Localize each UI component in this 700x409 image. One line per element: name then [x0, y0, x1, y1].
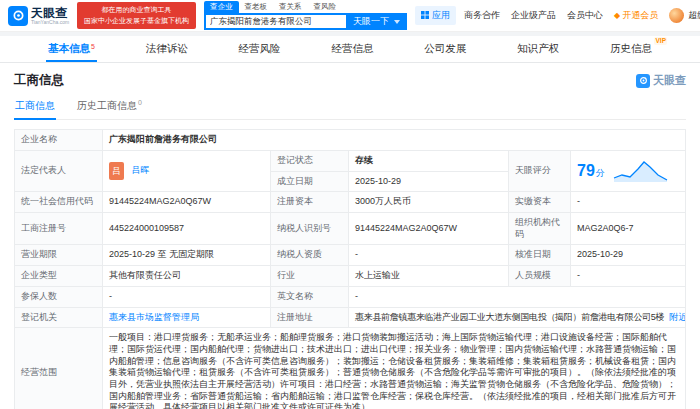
score-unit: 分 — [596, 168, 605, 178]
link-business-cooperation[interactable]: 商务合作 — [464, 9, 500, 22]
vip-badge: VIP — [654, 37, 666, 45]
business-term-label: 营业期限 — [15, 245, 103, 266]
legal-rep-avatar[interactable]: 吕 — [109, 162, 124, 180]
score-cell[interactable]: 79分 — [571, 151, 686, 192]
table-row: 参保人数 - 英文名称 - — [15, 286, 686, 307]
established-date: 2025-10-29 — [349, 171, 509, 192]
table-row: 登记机关 惠来县市场监督管理局 注册地址 惠来县前詹镇惠来临港产业园工业大道东侧… — [15, 307, 686, 328]
taxpayer-id-label: 纳税人识别号 — [271, 213, 349, 245]
subtab-history-count: 0 — [138, 99, 142, 106]
insured-count-label: 参保人数 — [15, 286, 103, 307]
logo-text: 天眼查 — [31, 7, 69, 19]
user-avatar — [669, 8, 684, 23]
tab-operating-info-label: 经营信息 — [331, 42, 373, 56]
search-tab-risk[interactable]: 查风险 — [308, 1, 343, 13]
watermark-eye-icon — [636, 74, 650, 88]
search-input[interactable] — [204, 13, 346, 30]
company-name: 广东揭阳前詹港务有限公司 — [103, 130, 686, 151]
tab-operating-info[interactable]: 经营信息 — [329, 36, 375, 62]
subtab-history-registration[interactable]: 历史工商信息0 — [76, 96, 143, 119]
open-vip-label: 开通会员 — [622, 9, 658, 22]
table-row: 统一社会信用代码 91445224MAG2A0Q67W 注册资本 3000万人民… — [15, 192, 686, 213]
table-row: 法定代表人 吕 吕晖 登记状态 存续 天眼评分 79分 — [15, 151, 686, 172]
registered-address-cell: 惠来县前詹镇惠来临港产业园工业大道东侧国电投（揭阳）前詹港电有限公司5楼附近公司 — [349, 307, 686, 328]
business-scope-label: 经营范围 — [15, 328, 103, 409]
score-label: 天眼评分 — [509, 151, 571, 192]
link-open-vip[interactable]: ◆ 开通会员 — [614, 9, 658, 22]
tianyancha-logo[interactable]: 天眼查 TianYanCha.com — [8, 6, 69, 26]
org-code-label: 组织机构代码 — [509, 213, 571, 245]
taxpayer-quality: - — [349, 245, 509, 266]
legal-rep-link[interactable]: 吕晖 — [132, 166, 150, 176]
tab-company-development-label: 公司发展 — [424, 42, 466, 56]
promo-banner[interactable]: 都在用的商业查询工具 国家中小企业发展子基金旗下机构 — [77, 2, 196, 30]
link-member-center[interactable]: 会员中心 — [567, 9, 603, 22]
registry-authority: 惠来县市场监督管理局 — [103, 307, 271, 328]
paid-capital: - — [571, 192, 686, 213]
registry-label: 登记机关 — [15, 307, 103, 328]
search-button[interactable]: 天眼一下 — [346, 13, 407, 30]
org-code: MAG2A0Q6-7 — [571, 213, 686, 245]
business-term: 2025-10-29 至 无固定期限 — [103, 245, 271, 266]
tab-intellectual-property[interactable]: 知识产权 — [515, 36, 561, 62]
grid-icon — [421, 11, 429, 21]
subtab-history-registration-label: 历史工商信息 — [77, 100, 137, 111]
legal-rep-cell: 吕 吕晖 — [103, 151, 271, 192]
tab-legal-proceedings[interactable]: 法律诉讼 — [144, 36, 190, 62]
search-area: 查企业 查老板 查关系 查风险 天眼一下 — [204, 1, 407, 30]
company-type-label: 企业类型 — [15, 266, 103, 287]
apps-label: 应用 — [432, 9, 450, 22]
search-tab-boss[interactable]: 查老板 — [239, 1, 274, 13]
score-trend-chart — [612, 158, 670, 184]
apps-button[interactable]: 应用 — [415, 6, 456, 25]
tab-legal-proceedings-label: 法律诉讼 — [146, 42, 188, 56]
insured-count: - — [103, 286, 271, 307]
english-name: - — [349, 286, 686, 307]
promo-line2: 国家中小企业发展子基金旗下机构 — [84, 16, 189, 27]
table-row: 经营范围 一般项目：港口理货服务；无船承运业务；船舶理货服务；港口货物装卸搬运活… — [15, 328, 686, 409]
search-button-label: 天眼一下 — [353, 15, 389, 28]
paid-capital-label: 实缴资本 — [509, 192, 571, 213]
search-tab-company[interactable]: 查企业 — [204, 1, 239, 13]
user-label: 超级 — [688, 9, 700, 22]
approval-date: 2025-10-29 — [571, 245, 686, 266]
watermark-text: 天眼查 — [653, 73, 686, 88]
tab-operational-risk[interactable]: 经营风险 — [237, 36, 283, 62]
table-row: 企业名称 广东揭阳前詹港务有限公司 — [15, 130, 686, 151]
approval-date-label: 核准日期 — [509, 245, 571, 266]
subtab-business-registration[interactable]: 工商信息 — [14, 96, 56, 119]
registry-authority-link[interactable]: 惠来县市场监督管理局 — [109, 312, 199, 322]
industry: 水上运输业 — [349, 266, 509, 287]
link-enterprise-products[interactable]: 企业级产品 — [511, 9, 556, 22]
business-info-table: 企业名称 广东揭阳前詹港务有限公司 法定代表人 吕 吕晖 登记状态 存续 天眼评… — [14, 129, 686, 409]
taxpayer-quality-label: 纳税人资质 — [271, 245, 349, 266]
reg-capital-label: 注册资本 — [271, 192, 349, 213]
search-tab-relation[interactable]: 查关系 — [273, 1, 308, 13]
chevron-down-icon — [394, 20, 400, 24]
tab-history-info[interactable]: 历史信息 VIP — [608, 36, 654, 62]
table-row: 营业期限 2025-10-29 至 无固定期限 纳税人资质 - 核准日期 202… — [15, 245, 686, 266]
reg-capital: 3000万人民币 — [349, 192, 509, 213]
reg-number: 445224000109587 — [103, 213, 271, 245]
tianyancha-watermark: 天眼查 — [636, 73, 686, 88]
company-type: 其他有限责任公司 — [103, 266, 271, 287]
tab-basic-info-count: 5 — [91, 43, 95, 50]
registered-address: 惠来县前詹镇惠来临港产业园工业大道东侧国电投（揭阳）前詹港电有限公司5楼 — [355, 312, 664, 322]
section-title: 工商信息 — [14, 72, 64, 89]
established-label: 成立日期 — [271, 171, 349, 192]
user-account[interactable]: 超级 — [669, 8, 700, 23]
staff-size: - — [571, 266, 686, 287]
main-content: 工商信息 天眼查 工商信息 历史工商信息0 企业名称 广东揭阳前詹港务有限公司 … — [0, 63, 700, 409]
tianyancha-eye-icon — [8, 6, 28, 26]
logo-subtext: TianYanCha.com — [31, 20, 69, 25]
tab-company-development[interactable]: 公司发展 — [422, 36, 468, 62]
tab-basic-info[interactable]: 基本信息 5 — [46, 36, 97, 62]
reg-number-label: 工商注册号 — [15, 213, 103, 245]
tab-intellectual-property-label: 知识产权 — [517, 42, 559, 56]
nearby-companies-link[interactable]: 附近公司 — [669, 312, 685, 322]
top-header: 天眼查 TianYanCha.com 都在用的商业查询工具 国家中小企业发展子基… — [0, 0, 700, 32]
tab-operational-risk-label: 经营风险 — [239, 42, 281, 56]
table-row: 企业类型 其他有限责任公司 行业 水上运输业 人员规模 - — [15, 266, 686, 287]
business-scope: 一般项目：港口理货服务；无船承运业务；船舶理货服务；港口货物装卸搬运活动；海上国… — [103, 328, 686, 409]
score-value: 79 — [577, 162, 595, 179]
